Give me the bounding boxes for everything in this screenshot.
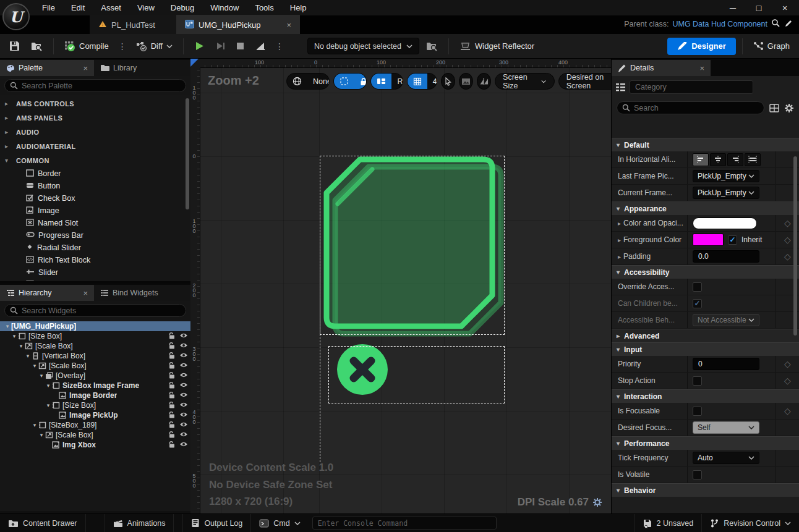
content-drawer-button[interactable]: Content Drawer xyxy=(0,514,86,532)
section-header-default[interactable]: ▾Default xyxy=(612,138,799,151)
tab-bind-widgets[interactable]: Bind Widgets xyxy=(94,285,190,301)
caret-down-icon[interactable]: ▾ xyxy=(38,373,45,379)
revision-control-button[interactable]: Revision Control xyxy=(702,514,799,532)
caret-down-icon[interactable]: ▾ xyxy=(17,343,25,349)
eye-visibility-icon[interactable] xyxy=(179,332,188,340)
flow-direction-icon[interactable] xyxy=(371,73,391,90)
reset-diamond-icon[interactable]: ◇ xyxy=(784,359,791,369)
palette-search-input[interactable] xyxy=(22,82,181,90)
inherit-checkbox[interactable]: ✓ xyxy=(728,235,737,245)
output-log-button[interactable]: Output Log xyxy=(182,514,251,532)
palette-item-check-box[interactable]: Check Box xyxy=(0,192,190,205)
checkbox[interactable] xyxy=(693,282,702,292)
caret-right-icon[interactable]: ▸ xyxy=(618,253,621,260)
menu-item-window[interactable]: Window xyxy=(202,0,247,15)
snap-grid-icon[interactable] xyxy=(408,73,427,90)
diff-button[interactable]: Diff xyxy=(132,37,177,56)
minimize-button[interactable]: ─ xyxy=(722,1,743,15)
browse-content-button[interactable] xyxy=(27,37,47,56)
eye-visibility-icon[interactable] xyxy=(179,352,188,360)
category-input[interactable] xyxy=(630,80,753,94)
parent-class-link[interactable]: UMG Data Hud Component xyxy=(672,20,767,28)
debug-object-dropdown[interactable]: No debug object selected xyxy=(307,38,419,54)
desired-on-screen-dropdown[interactable]: Desired on Screen xyxy=(558,73,611,90)
lock-open-icon[interactable] xyxy=(168,401,176,410)
designer-mode-button[interactable]: Designer xyxy=(667,38,736,55)
menu-item-tools[interactable]: Tools xyxy=(247,0,281,15)
grid-size-value[interactable]: 4 xyxy=(427,73,438,90)
caret-right-icon[interactable]: ▸ xyxy=(618,237,621,243)
close-tab-icon[interactable]: × xyxy=(286,20,291,30)
section-header-accessibility[interactable]: ▾Accessibility xyxy=(612,265,799,279)
play-frame-button[interactable] xyxy=(212,37,229,56)
details-search-input[interactable] xyxy=(634,104,759,112)
tab-library[interactable]: Library xyxy=(94,60,190,76)
reset-diamond-icon[interactable]: ◇ xyxy=(784,218,791,228)
dropdown-pickup-empty[interactable]: PickUp_Empty xyxy=(693,187,759,199)
hierarchy-row[interactable]: ▾[Scale Box] xyxy=(0,341,190,351)
hierarchy-row[interactable]: Img Xbox xyxy=(0,440,190,450)
hierarchy-row[interactable]: ▾[Overlay] xyxy=(0,371,190,381)
eye-visibility-icon[interactable] xyxy=(179,361,188,370)
hierarchy-row[interactable]: ▾SizeBox Image Frame xyxy=(0,381,190,391)
menu-item-asset[interactable]: Asset xyxy=(93,0,129,15)
eye-visibility-icon[interactable] xyxy=(179,342,188,350)
section-header-behavior[interactable]: ▾Behavior xyxy=(612,483,799,497)
align-center-button[interactable] xyxy=(710,153,726,166)
palette-item-progress-bar[interactable]: Progress Bar xyxy=(0,229,190,242)
details-search-box[interactable] xyxy=(617,101,764,114)
lock-open-icon[interactable] xyxy=(168,411,176,420)
unreal-engine-logo[interactable]: U xyxy=(2,3,30,30)
palette-item-rich-text-block[interactable]: Rich Text Block xyxy=(0,254,190,266)
lock-open-icon[interactable] xyxy=(168,371,176,381)
eye-visibility-icon[interactable] xyxy=(179,371,188,380)
palette-category-ams-controls[interactable]: ▸AMS CONTROLS xyxy=(0,96,190,111)
caret-down-icon[interactable]: ▾ xyxy=(11,333,18,339)
reset-diamond-icon[interactable]: ◇ xyxy=(784,376,791,386)
edit-parent-class-icon[interactable] xyxy=(784,19,793,30)
close-hierarchy-icon[interactable]: × xyxy=(83,289,88,298)
stop-button[interactable] xyxy=(232,37,249,56)
reset-diamond-icon[interactable]: ◇ xyxy=(784,235,791,245)
browse-debug-object-button[interactable] xyxy=(422,37,442,56)
menu-item-edit[interactable]: Edit xyxy=(63,0,93,15)
reset-diamond-icon[interactable]: ◇ xyxy=(784,251,791,261)
hierarchy-search-box[interactable] xyxy=(4,304,186,317)
play-options-icon[interactable]: ⋮ xyxy=(273,41,286,51)
flip-tool-icon[interactable] xyxy=(477,73,491,90)
align-fill-button[interactable] xyxy=(745,153,761,166)
tab-hierarchy[interactable]: Hierarchy × xyxy=(0,285,94,301)
menu-item-file[interactable]: File xyxy=(34,0,63,15)
eye-visibility-icon[interactable] xyxy=(179,401,188,410)
section-header-interaction[interactable]: ▾Interaction xyxy=(612,389,799,403)
lock-open-icon[interactable] xyxy=(168,441,176,450)
checkbox[interactable] xyxy=(693,407,702,416)
eye-visibility-icon[interactable] xyxy=(179,411,188,420)
localization-preview-icon[interactable] xyxy=(287,73,307,90)
palette-item-image[interactable]: Image xyxy=(0,205,190,217)
dpi-settings-gear-icon[interactable] xyxy=(592,497,602,507)
animations-button[interactable]: Animations xyxy=(105,514,174,532)
eye-visibility-icon[interactable] xyxy=(179,381,188,390)
eye-visibility-icon[interactable] xyxy=(179,441,188,449)
palette-item-button[interactable]: Button xyxy=(0,180,190,192)
designer-canvas[interactable]: 1000100200300400 1 0 001 0 02 0 03 0 04 … xyxy=(190,59,611,513)
lock-open-icon[interactable] xyxy=(168,421,176,430)
color-swatch[interactable] xyxy=(693,234,724,246)
caret-down-icon[interactable]: ▾ xyxy=(45,402,52,408)
search-parent-class-icon[interactable] xyxy=(771,19,780,30)
lock-widgets-icon[interactable] xyxy=(354,73,367,90)
caret-right-icon[interactable]: ▸ xyxy=(618,220,621,227)
graph-mode-button[interactable]: Graph xyxy=(749,37,794,56)
caret-down-icon[interactable]: ▾ xyxy=(31,422,38,428)
palette-item-slider[interactable]: Slider xyxy=(0,266,190,279)
skip-to-end-button[interactable] xyxy=(251,37,270,56)
checkbox[interactable] xyxy=(693,470,702,479)
display-filter-icon[interactable] xyxy=(769,104,779,112)
caret-down-icon[interactable]: ▾ xyxy=(4,323,11,329)
section-header-appearance[interactable]: ▾Appearance xyxy=(612,201,799,215)
caret-down-icon[interactable]: ▾ xyxy=(31,363,38,369)
lock-open-icon[interactable] xyxy=(168,381,176,391)
screen-size-dropdown[interactable]: Screen Size xyxy=(495,73,555,90)
value-input[interactable]: 0.0 xyxy=(693,250,759,263)
